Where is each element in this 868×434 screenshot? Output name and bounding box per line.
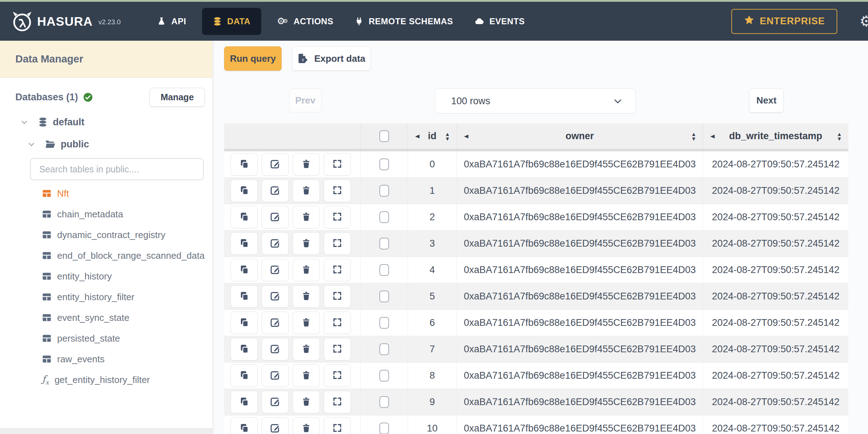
edit-row-button[interactable] bbox=[262, 417, 289, 434]
edit-row-button[interactable] bbox=[262, 180, 289, 202]
clone-row-button[interactable] bbox=[231, 312, 258, 334]
row-checkbox[interactable] bbox=[379, 211, 389, 223]
edit-row-button[interactable] bbox=[262, 364, 289, 387]
cell-timestamp: 2024-08-27T09:50:57.245142 bbox=[703, 151, 848, 177]
delete-row-button[interactable] bbox=[293, 391, 320, 413]
expand-row-button[interactable] bbox=[324, 180, 351, 202]
sidebar-item-table[interactable]: end_of_block_range_scanned_data bbox=[0, 245, 212, 266]
expand-row-button[interactable] bbox=[324, 312, 351, 334]
edit-row-button[interactable] bbox=[262, 285, 289, 308]
nav-item-actions[interactable]: ⚙⚙ ACTIONS bbox=[266, 8, 344, 35]
clone-row-button[interactable] bbox=[231, 206, 258, 228]
row-checkbox[interactable] bbox=[379, 158, 389, 170]
folder-open-icon bbox=[45, 140, 56, 149]
edit-row-button[interactable] bbox=[262, 391, 289, 413]
select-all-checkbox[interactable] bbox=[379, 130, 389, 142]
sort-icon[interactable]: ▲▼ bbox=[445, 132, 450, 141]
chevron-down-icon[interactable] bbox=[27, 140, 36, 148]
delete-row-button[interactable] bbox=[293, 259, 320, 281]
expand-row-button[interactable] bbox=[324, 153, 351, 176]
edit-row-button[interactable] bbox=[262, 338, 289, 360]
sidebar-item-function[interactable]: ƒx get_entity_history_filter bbox=[0, 369, 212, 390]
next-page-button[interactable]: Next bbox=[749, 89, 784, 112]
expand-row-button[interactable] bbox=[324, 259, 351, 281]
edit-row-button[interactable] bbox=[262, 259, 289, 281]
chevron-down-icon[interactable] bbox=[20, 118, 29, 126]
header-column-timestamp[interactable]: ◀ db_write_timestamp ▲▼ bbox=[703, 123, 848, 149]
tree-node-schema[interactable]: public bbox=[0, 136, 212, 152]
expand-row-button[interactable] bbox=[324, 232, 351, 255]
clone-row-button[interactable] bbox=[231, 285, 258, 308]
nav-item-api[interactable]: API bbox=[146, 8, 197, 35]
sidebar-item-table[interactable]: persisted_state bbox=[0, 328, 212, 349]
edit-row-button[interactable] bbox=[262, 153, 289, 176]
sort-icon[interactable]: ▲▼ bbox=[691, 132, 696, 141]
clone-row-button[interactable] bbox=[231, 338, 258, 360]
rows-per-page-select[interactable]: 100 rows bbox=[435, 89, 636, 113]
nav-item-events[interactable]: EVENTS bbox=[464, 8, 535, 35]
row-checkbox[interactable] bbox=[379, 317, 389, 329]
header-column-owner[interactable]: ◀ owner ▲▼ bbox=[457, 123, 703, 149]
sidebar-item-table[interactable]: dynamic_contract_registry bbox=[0, 224, 212, 245]
sidebar-item-table[interactable]: event_sync_state bbox=[0, 307, 212, 328]
delete-row-button[interactable] bbox=[293, 338, 320, 360]
delete-row-button[interactable] bbox=[293, 417, 320, 434]
cell-timestamp: 2024-08-27T09:50:57.245142 bbox=[703, 310, 848, 336]
tree-node-database[interactable]: default bbox=[0, 114, 212, 130]
export-data-button[interactable]: Export data bbox=[292, 46, 371, 71]
clone-row-button[interactable] bbox=[231, 180, 258, 202]
row-checkbox[interactable] bbox=[379, 396, 389, 408]
clone-row-button[interactable] bbox=[231, 391, 258, 413]
settings-gear-icon[interactable]: ⚙ bbox=[859, 14, 868, 29]
delete-row-button[interactable] bbox=[293, 312, 320, 334]
collapse-column-icon[interactable]: ◀ bbox=[464, 133, 468, 139]
row-checkbox[interactable] bbox=[379, 264, 389, 276]
delete-row-button[interactable] bbox=[293, 285, 320, 308]
expand-row-button[interactable] bbox=[324, 285, 351, 308]
clone-row-button[interactable] bbox=[231, 364, 258, 387]
expand-row-button[interactable] bbox=[324, 417, 351, 434]
delete-row-button[interactable] bbox=[293, 180, 320, 202]
row-checkbox[interactable] bbox=[379, 343, 389, 355]
table-icon bbox=[42, 231, 51, 239]
row-checkbox[interactable] bbox=[379, 370, 389, 382]
sidebar-item-table[interactable]: entity_history_filter bbox=[0, 287, 212, 307]
sidebar-item-table[interactable]: entity_history bbox=[0, 266, 212, 287]
edit-row-button[interactable] bbox=[262, 312, 289, 334]
sidebar-item-table[interactable]: raw_events bbox=[0, 349, 212, 369]
clone-row-button[interactable] bbox=[231, 153, 258, 176]
clone-row-button[interactable] bbox=[231, 232, 258, 255]
sidebar-title: Data Manager bbox=[0, 41, 212, 78]
delete-row-button[interactable] bbox=[293, 153, 320, 176]
delete-row-button[interactable] bbox=[293, 206, 320, 228]
collapse-column-icon[interactable]: ◀ bbox=[710, 133, 715, 139]
manage-button[interactable]: Manage bbox=[150, 88, 205, 107]
sidebar-item-table[interactable]: chain_metadata bbox=[0, 204, 212, 224]
expand-row-button[interactable] bbox=[324, 206, 351, 228]
sort-icon[interactable]: ▲▼ bbox=[837, 132, 842, 141]
prev-page-button[interactable]: Prev bbox=[289, 89, 322, 112]
row-checkbox[interactable] bbox=[379, 423, 389, 434]
table-name: event_sync_state bbox=[57, 312, 129, 323]
clone-row-button[interactable] bbox=[231, 417, 258, 434]
row-checkbox[interactable] bbox=[379, 238, 389, 249]
clone-row-button[interactable] bbox=[231, 259, 258, 281]
nav-item-remote-schemas[interactable]: REMOTE SCHEMAS bbox=[344, 8, 464, 35]
edit-row-button[interactable] bbox=[262, 206, 289, 228]
sidebar-item-table[interactable]: Nft bbox=[0, 183, 212, 204]
enterprise-button[interactable]: ENTERPRISE bbox=[731, 9, 838, 34]
header-column-id[interactable]: ◀ id ▲▼ bbox=[408, 123, 457, 149]
delete-row-button[interactable] bbox=[293, 364, 320, 387]
expand-row-button[interactable] bbox=[324, 338, 351, 360]
expand-row-button[interactable] bbox=[324, 391, 351, 413]
row-checkbox[interactable] bbox=[379, 185, 389, 197]
nav-item-data[interactable]: DATA bbox=[202, 8, 261, 35]
sidebar-scrollbar-track[interactable] bbox=[0, 428, 212, 434]
row-checkbox[interactable] bbox=[379, 291, 389, 302]
collapse-column-icon[interactable]: ◀ bbox=[415, 133, 419, 139]
delete-row-button[interactable] bbox=[293, 232, 320, 255]
table-search-input[interactable] bbox=[30, 158, 204, 180]
run-query-button[interactable]: Run query bbox=[224, 46, 282, 71]
expand-row-button[interactable] bbox=[324, 364, 351, 387]
edit-row-button[interactable] bbox=[262, 232, 289, 255]
